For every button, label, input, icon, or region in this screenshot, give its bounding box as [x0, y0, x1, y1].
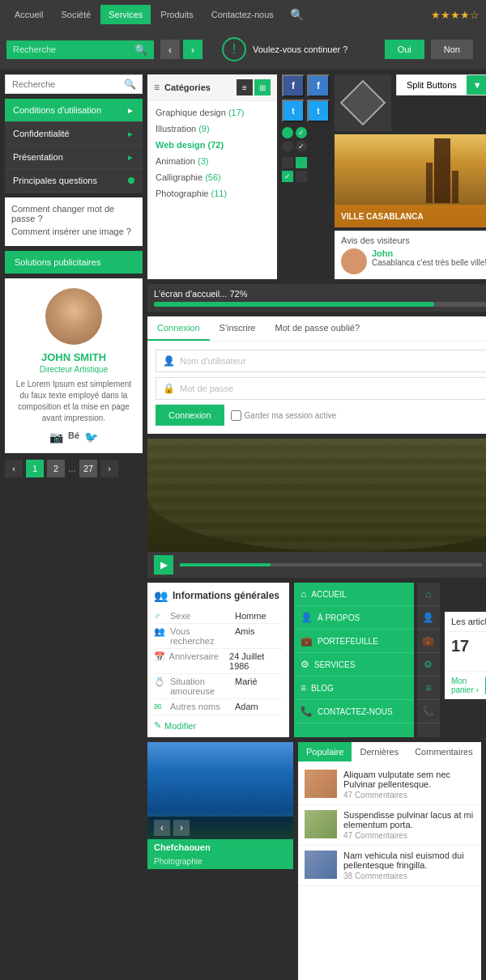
nav-item-accueil-card[interactable]: ⌂ ACCUEIL — [294, 583, 414, 606]
nav-item-produits[interactable]: Produits — [152, 5, 201, 24]
info-row-anniversaire: 📅 Anniversaire 24 Juillet 1986 — [154, 649, 283, 674]
split-btn-arrow[interactable]: ▼ — [467, 75, 486, 95]
nav-portefeuille-label: PORTEFEUILLE — [318, 637, 378, 646]
progress-label: L'écran d'accueil... 72% — [154, 289, 486, 299]
facebook-icon-btn-2[interactable]: f — [307, 74, 330, 97]
cart-table-header: Les articles Montant — [445, 612, 486, 632]
recherche-icon: 👥 — [154, 626, 170, 646]
nav-item-apropos-card[interactable]: 👤 À PROPOS — [294, 606, 414, 630]
accordion-label-3: Présentation — [13, 152, 63, 162]
twitter-icon-btn-2[interactable]: t — [307, 100, 330, 122]
pagination-prev[interactable]: ‹ — [5, 460, 23, 477]
faq-item-1[interactable]: Comment changer mot de passe ? — [11, 204, 136, 223]
cat-item-5[interactable]: Calligraphie (56) — [147, 169, 277, 185]
next-arrow-button[interactable]: › — [183, 40, 202, 59]
nav-item-societe[interactable]: Société — [53, 5, 99, 24]
briefcase-nav-icon: 💼 — [301, 635, 313, 647]
tab-connexion[interactable]: Connexion — [147, 316, 210, 341]
no-button[interactable]: Non — [431, 40, 473, 59]
prev-arrow-button[interactable]: ‹ — [160, 40, 180, 59]
nav-apropos-label: À PROPOS — [318, 613, 360, 622]
username-input[interactable] — [180, 356, 486, 366]
nav-item-contact-card[interactable]: 📞 CONTACTEZ-NOUS — [294, 700, 414, 723]
video-play-button[interactable]: ▶ — [154, 555, 173, 575]
accordion-header-2[interactable]: Confidentialité ► — [5, 122, 143, 145]
search-submit-button[interactable]: 🔍 — [134, 44, 147, 56]
behance-icon[interactable]: Bé — [68, 431, 79, 443]
nav-item-contact[interactable]: Contactez-nous — [203, 5, 282, 24]
faq-box: Comment changer mot de passe ? Comment i… — [5, 197, 143, 246]
diamond-box — [335, 74, 391, 131]
cat-item-6[interactable]: Photographie (11) — [147, 185, 277, 202]
tab-inscrire[interactable]: S'inscrire — [210, 316, 266, 341]
profile-title: Directeur Artistique — [15, 365, 133, 374]
nav-icon-user[interactable]: 👤 — [417, 606, 440, 630]
search-row: 🔍 ‹ › ! Voulez-vous continuer ? Oui Non — [0, 29, 486, 70]
instagram-icon[interactable]: 📷 — [49, 431, 63, 443]
faq-item-2[interactable]: Comment insérer une image ? — [11, 227, 136, 236]
twitter-icon-btn-1[interactable]: t — [282, 100, 305, 122]
login-submit-button[interactable]: Connexion — [156, 405, 224, 426]
left-search-icon: 🔍 — [124, 78, 136, 90]
tab-populaire[interactable]: Populaire — [298, 742, 352, 762]
nav-item-blog-card[interactable]: ≡ BLOG — [294, 677, 414, 700]
cart-link[interactable]: Mon panier › — [451, 677, 482, 694]
progress-fill — [154, 302, 434, 307]
nav-card-main: ⌂ ACCUEIL 👤 À PROPOS 💼 PORTEFEUILLE ⚙ SE… — [294, 583, 414, 737]
general-info-row: 👥 Informations générales ♂ Sexe Homme 👥 … — [147, 583, 486, 737]
yes-button[interactable]: Oui — [385, 40, 424, 59]
tab-dernieres[interactable]: Dernières — [352, 742, 407, 762]
password-input-wrap: 🔒 — [156, 377, 486, 400]
pagination-next[interactable]: › — [100, 460, 118, 477]
accordion-item-4: Principales questions — [5, 169, 143, 193]
twitter-icon[interactable]: 🐦 — [84, 431, 98, 443]
nav-item-portefeuille-card[interactable]: 💼 PORTEFEUILLE — [294, 630, 414, 653]
nav-icon-briefcase[interactable]: 💼 — [417, 630, 440, 653]
cat-grid-btn[interactable]: ⊞ — [254, 79, 271, 95]
pagination-page-27[interactable]: 27 — [79, 460, 97, 477]
pagination-page-2[interactable]: 2 — [47, 460, 65, 477]
avatar-face — [45, 288, 102, 345]
nav-icon-gear[interactable]: ⚙ — [417, 653, 440, 677]
cat-item-1[interactable]: Graphique design (17) — [147, 104, 277, 121]
password-input[interactable] — [180, 384, 486, 393]
search-input[interactable] — [13, 45, 134, 54]
nav-item-accueil[interactable]: Accueil — [6, 5, 51, 24]
cat-item-2[interactable]: Illustration (9) — [147, 121, 277, 137]
cat-item-4[interactable]: Animation (3) — [147, 153, 277, 169]
accordion-header-4[interactable]: Principales questions — [5, 169, 143, 192]
cat-list-btn[interactable]: ≡ — [237, 79, 253, 95]
remember-me-checkbox[interactable] — [231, 410, 241, 421]
city-image: VILLE CASABLANCA ► — [335, 134, 486, 227]
video-progress-bar[interactable] — [180, 563, 482, 566]
cat-item-3[interactable]: Web design (72) — [147, 137, 277, 153]
popular-title-2: Suspendisse pulvinar lacus at mi element… — [343, 810, 475, 829]
nav-icon-list[interactable]: ≡ — [417, 677, 440, 700]
split-btn-main[interactable]: Split Buttons — [397, 75, 467, 95]
nav-services-label: SERVICES — [314, 660, 355, 669]
diamond-split-row: Split Buttons ▼ — [335, 74, 486, 131]
nav-search-button[interactable]: 🔍 — [284, 3, 310, 26]
voulez-vous-section: ! Voulez-vous continuer ? Oui Non — [215, 34, 480, 65]
main-content: 🔍 Conditions d'utilisation ► Confidentia… — [0, 70, 486, 980]
tab-password[interactable]: Mot de passe oublié? — [265, 316, 369, 341]
info-table: ♂ Sexe Homme 👥 Vous recherchez Amis 📅 An… — [154, 609, 283, 715]
nav-icon-phone[interactable]: 📞 — [417, 700, 440, 723]
profile-card: JOHN SMITH Directeur Artistique Le Lorem… — [5, 278, 143, 453]
nav-item-services-card[interactable]: ⚙ SERVICES — [294, 653, 414, 677]
solutions-button[interactable]: Solutions publicitaires — [5, 251, 143, 274]
left-search-input[interactable] — [12, 79, 124, 89]
facebook-icon-btn-1[interactable]: f — [282, 74, 305, 97]
blog-prev-button[interactable]: ‹ — [154, 820, 170, 836]
popular-thumb-3 — [305, 851, 337, 879]
modify-link[interactable]: ✎ Modifier — [154, 720, 283, 731]
accordion-header-3[interactable]: Présentation ► — [5, 146, 143, 168]
right-top-section: Split Buttons ▼ — [335, 74, 486, 279]
nav-item-services[interactable]: Services — [100, 5, 151, 24]
tab-commentaires[interactable]: Commentaires — [407, 742, 481, 762]
blog-city-subtitle: Photographie — [147, 855, 293, 869]
pagination-page-1[interactable]: 1 — [26, 460, 44, 477]
blog-next-button[interactable]: › — [173, 820, 190, 836]
nav-icon-home[interactable]: ⌂ — [417, 583, 440, 606]
accordion-header-1[interactable]: Conditions d'utilisation ► — [5, 99, 143, 121]
